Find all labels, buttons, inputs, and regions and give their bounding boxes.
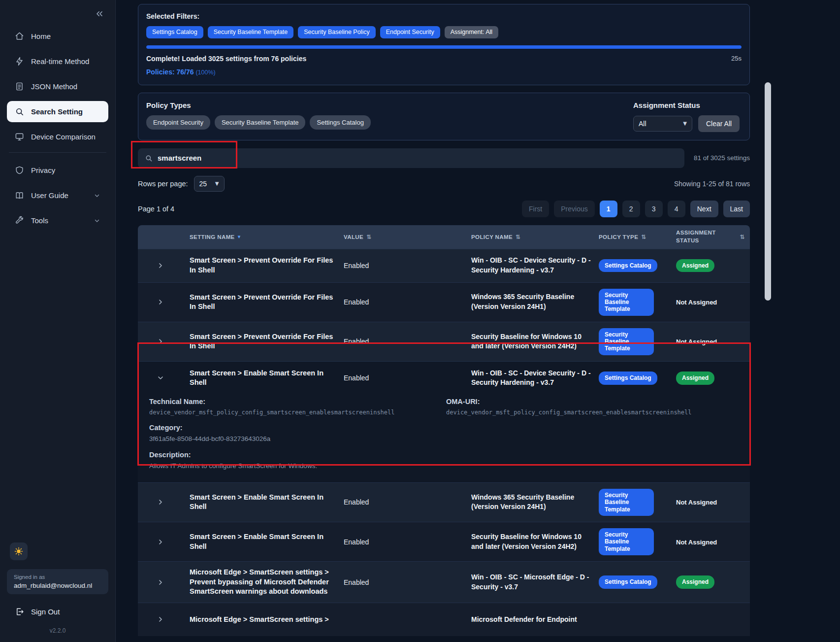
chevron-down-icon	[94, 217, 100, 224]
sidebar-item-privacy[interactable]: Privacy	[7, 160, 108, 181]
table-header: Setting Name ▾ Value ⇅ Policy Name ⇅ Pol…	[138, 225, 750, 249]
chevron-right-icon[interactable]	[157, 338, 164, 345]
sign-out-label: Sign Out	[31, 608, 60, 616]
table-row[interactable]: Smart Screen > Prevent Override For File…	[138, 282, 750, 322]
assignment-status-text: Not Assigned	[676, 299, 717, 306]
previous-page-button[interactable]: Previous	[554, 201, 594, 217]
chevron-down-icon[interactable]	[157, 374, 164, 382]
policy-type-chip-endpoint-security[interactable]: Endpoint Security	[146, 115, 210, 130]
sidebar-item-device-comparison[interactable]: Device Comparison	[7, 126, 108, 147]
assignment-status-label: Assignment Status	[633, 101, 742, 109]
technical-name-value: device_vendor_msft_policy_config_smartsc…	[149, 409, 446, 416]
filter-chip-assignment-all[interactable]: Assignment: All	[445, 26, 498, 38]
book-icon	[15, 191, 24, 200]
policies-percent: (100%)	[195, 69, 215, 76]
load-progress-fill	[146, 45, 742, 49]
search-input[interactable]	[158, 154, 678, 162]
setting-value: Enabled	[344, 338, 471, 345]
column-header-setting-name[interactable]: Setting Name ▾	[190, 234, 344, 240]
filter-chip-security-baseline-policy[interactable]: Security Baseline Policy	[298, 26, 375, 38]
clear-all-button[interactable]: Clear All	[698, 115, 740, 132]
setting-value: Enabled	[344, 578, 471, 586]
assignment-status-badge: Assigned	[676, 372, 714, 384]
sort-icon: ⇅	[740, 234, 745, 240]
setting-value: Enabled	[344, 498, 471, 506]
sidebar: Home Real-time Method JSON Method Search…	[0, 0, 116, 642]
policy-type-chip-security-baseline-template[interactable]: Security Baseline Template	[215, 115, 306, 130]
load-progress-bar	[146, 45, 742, 49]
chevron-right-icon[interactable]	[157, 298, 164, 306]
last-page-button[interactable]: Last	[723, 201, 750, 217]
sidebar-item-tools[interactable]: Tools	[7, 210, 108, 231]
column-header-assignment-status[interactable]: Assignment Status ⇅	[676, 229, 750, 244]
table-row[interactable]: Smart Screen > Enable Smart Screen In Sh…	[138, 361, 750, 395]
assignment-status-badge: Assigned	[676, 259, 714, 272]
sidebar-item-label: Privacy	[31, 166, 55, 174]
table-row[interactable]: Smart Screen > Enable Smart Screen In Sh…	[138, 522, 750, 561]
scrollbar-thumb[interactable]	[765, 82, 771, 301]
theme-toggle-button[interactable]	[10, 542, 28, 560]
policy-type-chip-settings-catalog[interactable]: Settings Catalog	[310, 115, 370, 130]
chevron-right-icon[interactable]	[157, 262, 164, 270]
signed-in-user: adm_rbulaid@nowcloud.nl	[14, 582, 101, 589]
table-row[interactable]: Microsoft Edge > SmartScreen settings > …	[138, 561, 750, 603]
shield-icon	[15, 166, 24, 175]
assignment-status-text: Not Assigned	[676, 539, 717, 546]
chevron-right-icon[interactable]	[157, 615, 164, 623]
sort-icon: ⇅	[516, 234, 520, 240]
table-row[interactable]: Microsoft Edge > SmartScreen settings > …	[138, 603, 750, 636]
next-page-button[interactable]: Next	[690, 201, 718, 217]
filter-chip-security-baseline-template[interactable]: Security Baseline Template	[208, 26, 294, 38]
policy-type-badge: Settings Catalog	[599, 575, 657, 588]
setting-value: Enabled	[344, 374, 471, 382]
sidebar-item-search-setting[interactable]: Search Setting	[7, 101, 108, 122]
signed-in-label: Signed in as	[14, 574, 101, 580]
setting-detail-panel: Technical Name: device_vendor_msft_polic…	[138, 395, 750, 482]
column-header-policy-name[interactable]: Policy Name ⇅	[471, 234, 599, 240]
policy-type-badge: Security Baseline Template	[599, 528, 654, 555]
policy-name: Security Baseline for Windows 10 and lat…	[471, 532, 599, 551]
category-value: 3f61a5fe-8508-44dd-bcf0-83273643026a	[149, 435, 750, 442]
table-row[interactable]: Smart Screen > Prevent Override For File…	[138, 322, 750, 361]
showing-rows-text: Showing 1-25 of 81 rows	[674, 180, 750, 188]
rows-per-page-select[interactable]: 25 ▼	[194, 176, 225, 192]
policy-name: Windows 365 Security Baseline (Version V…	[471, 493, 599, 512]
sidebar-item-realtime-method[interactable]: Real-time Method	[7, 51, 108, 72]
setting-name: Smart Screen > Prevent Override For File…	[190, 293, 344, 312]
setting-name: Smart Screen > Prevent Override For File…	[190, 332, 344, 351]
page-3-button[interactable]: 3	[645, 201, 663, 217]
search-icon	[15, 107, 24, 116]
setting-value: Enabled	[344, 538, 471, 546]
sidebar-item-user-guide[interactable]: User Guide	[7, 185, 108, 206]
policy-name: Win - OIB - SC - Device Security - D - S…	[471, 256, 599, 275]
table-row[interactable]: Smart Screen > Enable Smart Screen In Sh…	[138, 482, 750, 522]
page-2-button[interactable]: 2	[622, 201, 640, 217]
policy-types-title: Policy Types	[146, 101, 371, 109]
setting-value: Enabled	[344, 262, 471, 270]
sign-out-button[interactable]: Sign Out	[7, 603, 108, 620]
chevron-right-icon[interactable]	[157, 498, 164, 506]
pagination-row: Page 1 of 4 First Previous 1 2 3 4 Next …	[138, 201, 750, 217]
chevron-down-icon	[94, 192, 100, 199]
page-4-button[interactable]: 4	[668, 201, 685, 217]
sidebar-item-json-method[interactable]: JSON Method	[7, 76, 108, 97]
search-box[interactable]	[138, 148, 684, 168]
policy-type-badge: Security Baseline Template	[599, 489, 654, 516]
sidebar-item-label: Home	[31, 32, 51, 40]
page-1-button[interactable]: 1	[600, 201, 617, 217]
table-row[interactable]: Smart Screen > Prevent Override For File…	[138, 249, 750, 282]
policy-type-badge: Settings Catalog	[599, 372, 657, 384]
chevron-right-icon[interactable]	[157, 538, 164, 546]
filter-chip-settings-catalog[interactable]: Settings Catalog	[146, 26, 203, 38]
first-page-button[interactable]: First	[522, 201, 549, 217]
column-header-policy-type[interactable]: Policy Type ⇅	[599, 234, 676, 240]
selected-filters-title: Selected Filters:	[146, 12, 742, 20]
assignment-status-select[interactable]: All ▼	[633, 116, 692, 132]
sidebar-item-home[interactable]: Home	[7, 26, 108, 47]
rows-per-page-row: Rows per page: 25 ▼ Showing 1-25 of 81 r…	[138, 176, 750, 192]
chevron-right-icon[interactable]	[157, 578, 164, 586]
sidebar-collapse-button[interactable]	[95, 9, 104, 19]
policy-type-badge: Security Baseline Template	[599, 328, 654, 355]
filter-chip-endpoint-security[interactable]: Endpoint Security	[380, 26, 440, 38]
column-header-value[interactable]: Value ⇅	[344, 234, 471, 240]
